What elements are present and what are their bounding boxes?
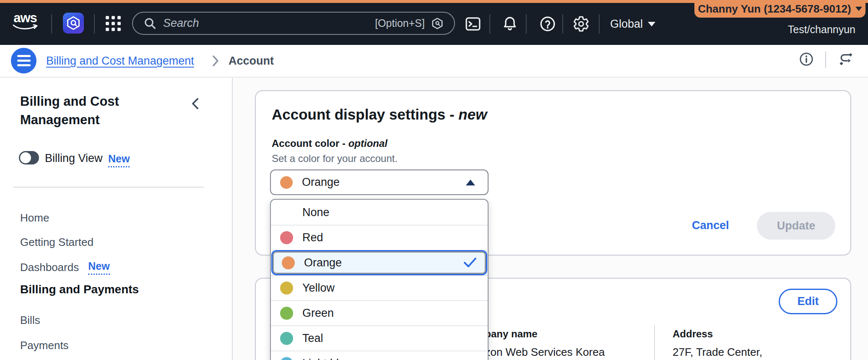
card-title-text: Account display settings - xyxy=(272,106,458,123)
edit-button[interactable]: Edit xyxy=(779,289,837,314)
account-label: Channy Yun (1234-5678-9012) xyxy=(698,3,851,16)
color-swatch xyxy=(282,256,295,269)
color-option-label: Red xyxy=(302,231,323,244)
topbar-divider xyxy=(51,14,52,34)
chevron-up-icon xyxy=(466,180,475,185)
bell-icon xyxy=(502,16,518,32)
gear-icon xyxy=(573,16,590,32)
color-swatch xyxy=(280,282,293,295)
notifications-button[interactable] xyxy=(500,14,520,34)
color-swatch xyxy=(280,307,293,320)
help-button[interactable] xyxy=(538,14,557,34)
services-grid-icon[interactable] xyxy=(106,16,121,31)
card-title: Account display settings - new xyxy=(272,106,487,123)
topbar-divider xyxy=(94,14,95,34)
nav-label: Dashboards xyxy=(20,261,79,274)
hexagon-q-icon xyxy=(66,16,81,30)
color-option-orange-selected[interactable]: Orange xyxy=(271,250,487,275)
aws-smile-icon xyxy=(13,24,38,31)
sidebar-rule xyxy=(13,187,204,188)
question-circle-icon xyxy=(539,16,556,32)
cloudshell-terminal-button[interactable] xyxy=(463,14,483,34)
breadcrumb-root-link[interactable]: Billing and Cost Management xyxy=(46,55,194,68)
breadcrumb-separator-icon xyxy=(211,54,220,68)
search-icon xyxy=(144,17,156,30)
color-option-label: Orange xyxy=(304,256,342,269)
search-q-hexagon-icon xyxy=(431,18,443,29)
color-option-label: Green xyxy=(302,307,334,320)
color-option-none[interactable]: None xyxy=(271,200,488,225)
account-color-label-text: Account color - xyxy=(272,138,348,149)
account-color-description: Set a color for your account. xyxy=(272,153,398,164)
region-selector[interactable]: Global xyxy=(610,14,655,34)
address-field: Address 27F, Trade Center, xyxy=(673,328,762,359)
update-button[interactable]: Update xyxy=(757,212,835,240)
color-option-label: Teal xyxy=(302,332,323,345)
aws-logo[interactable]: aws xyxy=(12,12,39,34)
color-option-light-blue[interactable]: Light blue xyxy=(271,351,488,360)
color-option-label: Yellow xyxy=(302,282,335,295)
sidebar-item-payments[interactable]: Payments xyxy=(20,339,205,352)
billing-view-label: Billing View xyxy=(45,152,103,165)
collapse-sidebar-icon[interactable] xyxy=(189,97,203,111)
nav-label: Payments xyxy=(20,339,69,352)
sidebar-divider xyxy=(232,78,233,360)
billing-view-toggle[interactable] xyxy=(19,151,39,164)
address-label: Address xyxy=(673,328,762,340)
settings-button[interactable] xyxy=(572,14,591,34)
sidebar-item-billing-and-payments[interactable]: Billing and Payments xyxy=(20,283,205,296)
search-shortcut-hint: [Option+S] xyxy=(375,17,425,29)
color-option-green[interactable]: Green xyxy=(271,300,488,326)
breadcrumb-current: Account xyxy=(229,55,274,68)
breadcrumb-bar-divider xyxy=(825,51,826,68)
nav-label: Bills xyxy=(20,314,40,327)
account-color-dropdown: None Red Orange Yellow Green Teal Light … xyxy=(270,199,489,360)
address-value: 27F, Trade Center, xyxy=(673,346,762,359)
amazon-q-app-icon[interactable] xyxy=(63,13,84,34)
account-color-select[interactable]: Orange xyxy=(270,170,489,195)
nav-label: Billing and Payments xyxy=(20,283,139,296)
account-menu[interactable]: Channy Yun (1234-5678-9012) xyxy=(694,0,865,18)
sidebar-item-bills[interactable]: Bills xyxy=(20,314,205,327)
nav-label: Getting Started xyxy=(20,236,94,249)
dashboards-new-badge[interactable]: New xyxy=(88,260,109,275)
color-swatch xyxy=(280,332,293,345)
search-placeholder: Search xyxy=(163,17,368,30)
color-swatch xyxy=(280,231,293,244)
sidebar-title: Billing and Cost Management xyxy=(20,92,188,129)
aws-logo-text: aws xyxy=(13,12,37,24)
color-swatch xyxy=(280,357,293,360)
color-option-label: Light blue xyxy=(302,357,351,360)
sidebar-item-dashboards[interactable]: Dashboards New xyxy=(20,260,205,275)
card-title-new: new xyxy=(458,106,487,123)
topbar-divider xyxy=(489,14,490,34)
topbar-divider xyxy=(526,14,527,34)
selected-color-value: Orange xyxy=(302,176,457,189)
color-option-red[interactable]: Red xyxy=(271,225,488,250)
chevron-down-icon xyxy=(855,7,862,11)
topbar-divider xyxy=(562,14,563,34)
region-label: Global xyxy=(610,18,643,31)
cancel-button[interactable]: Cancel xyxy=(692,219,729,232)
color-option-label: None xyxy=(302,206,330,219)
terminal-icon xyxy=(465,16,481,32)
account-color-optional: optional xyxy=(348,138,387,149)
side-menu-button[interactable] xyxy=(11,48,36,73)
search-input[interactable]: Search [Option+S] xyxy=(132,12,455,35)
check-icon xyxy=(463,257,477,268)
account-color-label: Account color - optional xyxy=(272,138,387,149)
nav-label: Home xyxy=(20,211,49,224)
sidebar-item-home[interactable]: Home xyxy=(20,211,205,224)
column-divider xyxy=(654,325,655,360)
selected-color-swatch xyxy=(280,176,293,189)
sidebar-item-getting-started[interactable]: Getting Started xyxy=(20,236,205,249)
color-option-teal[interactable]: Teal xyxy=(271,326,488,351)
workflow-route-icon[interactable] xyxy=(839,52,853,66)
chevron-down-icon xyxy=(648,22,655,26)
color-option-yellow[interactable]: Yellow xyxy=(271,275,488,300)
billing-view-new-badge[interactable]: New xyxy=(108,153,130,167)
info-icon[interactable] xyxy=(799,52,813,66)
toggle-knob xyxy=(20,152,31,163)
account-federated-user: Test/channyun xyxy=(696,23,855,36)
topbar-divider xyxy=(599,14,600,34)
